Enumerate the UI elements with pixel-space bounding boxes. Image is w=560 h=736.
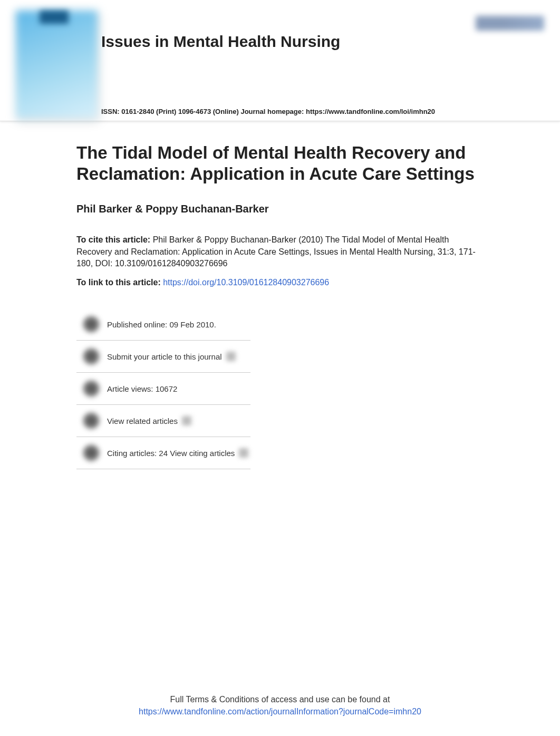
- published-online-row: Published online: 09 Feb 2010.: [76, 308, 250, 341]
- journal-title: Issues in Mental Health Nursing: [101, 33, 340, 51]
- link-block: To link to this article: https://doi.org…: [76, 278, 484, 287]
- footer: Full Terms & Conditions of access and us…: [0, 694, 560, 718]
- publisher-logo: [476, 16, 544, 31]
- citing-articles-row[interactable]: Citing articles: 24 View citing articles: [76, 437, 250, 469]
- related-articles-row[interactable]: View related articles: [76, 405, 250, 437]
- action-list: Published online: 09 Feb 2010. Submit yo…: [76, 308, 250, 469]
- related-text: View related articles: [107, 417, 178, 425]
- submit-icon: [83, 348, 100, 365]
- submit-article-row[interactable]: Submit your article to this journal: [76, 341, 250, 373]
- footer-terms-link[interactable]: https://www.tandfonline.com/action/journ…: [139, 707, 421, 716]
- footer-text: Full Terms & Conditions of access and us…: [0, 694, 560, 705]
- external-link-icon: [226, 352, 236, 361]
- article-views-row: Article views: 10672: [76, 373, 250, 405]
- citation-block: To cite this article: Phil Barker & Popp…: [76, 234, 484, 269]
- header: Issues in Mental Health Nursing ISSN: 01…: [0, 0, 560, 121]
- views-icon: [83, 380, 100, 397]
- journal-cover-tab: [40, 11, 69, 24]
- external-link-icon: [182, 416, 191, 425]
- citing-text: Citing articles: 24 View citing articles: [107, 449, 235, 458]
- doi-link[interactable]: https://doi.org/10.3109/0161284090327669…: [163, 278, 329, 287]
- related-icon: [83, 412, 100, 429]
- external-link-icon: [239, 448, 248, 458]
- published-text: Published online: 09 Feb 2010.: [107, 320, 216, 329]
- submit-text: Submit your article to this journal: [107, 352, 222, 361]
- published-icon: [83, 316, 100, 333]
- authors: Phil Barker & Poppy Buchanan-Barker: [76, 203, 484, 215]
- main-content: The Tidal Model of Mental Health Recover…: [0, 121, 560, 469]
- article-title: The Tidal Model of Mental Health Recover…: [76, 142, 484, 184]
- views-text: Article views: 10672: [107, 384, 177, 393]
- cite-label: To cite this article:: [76, 235, 150, 244]
- issn-line: ISSN: 0161-2840 (Print) 1096-4673 (Onlin…: [101, 108, 435, 115]
- journal-cover-image: [16, 11, 98, 119]
- citing-icon: [83, 444, 100, 461]
- link-label: To link to this article:: [76, 278, 163, 287]
